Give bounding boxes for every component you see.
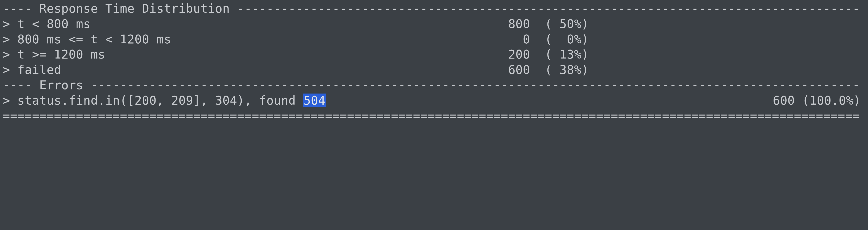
error-found-code: 504: [303, 94, 326, 107]
terminal-output: ---- Response Time Distribution --------…: [0, 0, 868, 124]
rtd-row-lt-800: > t < 800 ms 800 ( 50%): [3, 16, 868, 32]
rtd-row-800-1200: > 800 ms <= t < 1200 ms 0 ( 0%): [3, 32, 868, 47]
section-header-rtd: ---- Response Time Distribution --------…: [3, 1, 868, 16]
rtd-row-failed: > failed 600 ( 38%): [3, 62, 868, 77]
rule-equals: ========================================…: [3, 108, 868, 124]
errors-row-0: > status.find.in([200, 209], 304), found…: [3, 93, 868, 108]
rtd-row-gte-1200: > t >= 1200 ms 200 ( 13%): [3, 47, 868, 62]
section-header-errors: ---- Errors ----------------------------…: [3, 77, 868, 93]
